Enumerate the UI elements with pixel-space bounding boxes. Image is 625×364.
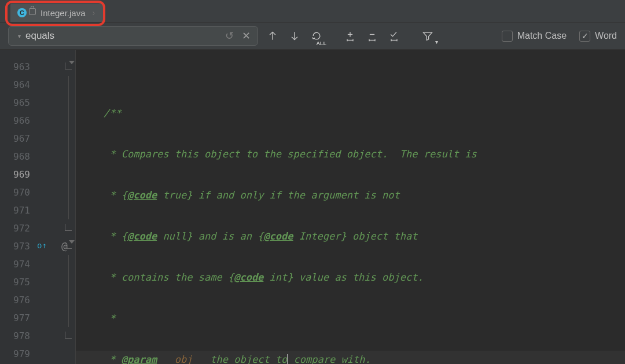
line-number: 974 xyxy=(0,255,36,273)
line-number: 973 xyxy=(0,237,36,255)
line-number: 968 xyxy=(0,148,36,166)
selection-group xyxy=(341,27,403,45)
tab-filename: Integer.java xyxy=(41,8,86,18)
override-marker-icon[interactable]: o↑ xyxy=(37,241,47,250)
line-number: 965 xyxy=(0,94,36,112)
line-number: 975 xyxy=(0,273,36,291)
all-badge: ALL xyxy=(317,41,327,46)
line-number: 964 xyxy=(0,76,36,94)
select-all-occurrences-button[interactable]: ALL xyxy=(308,27,325,45)
select-all-button[interactable] xyxy=(385,27,403,45)
fold-end-icon[interactable] xyxy=(65,224,72,231)
line-number: 963 xyxy=(0,58,36,76)
nav-group: ALL xyxy=(264,27,325,45)
match-case-label: Match Case xyxy=(517,31,567,41)
line-number: 969 xyxy=(0,166,36,183)
editor-tab-integer[interactable]: Integer.java › xyxy=(10,3,103,22)
search-history-icon[interactable]: ↺ xyxy=(219,30,240,42)
code-area[interactable]: /** * Compares this object to the specif… xyxy=(76,50,625,364)
clear-search-icon[interactable]: ✕ xyxy=(240,30,258,42)
class-file-icon xyxy=(17,8,27,17)
fold-end-icon[interactable] xyxy=(65,332,72,339)
search-mode-dropdown-icon[interactable]: ▾ xyxy=(18,33,24,39)
lock-icon xyxy=(29,8,36,15)
search-field-wrapper[interactable]: ▾ ↺ ✕ xyxy=(8,26,258,46)
line-number-gutter: 963 964 965 966 967 968 969 970 971 972 … xyxy=(0,50,36,364)
find-toolbar: ▾ ↺ ✕ ALL ▾ Match Case xyxy=(0,23,625,50)
words-checkbox[interactable]: ✓ Word xyxy=(579,31,617,42)
filter-button[interactable]: ▾ xyxy=(419,27,436,45)
line-number: 966 xyxy=(0,112,36,130)
fold-toggle-icon[interactable] xyxy=(65,62,72,69)
line-number: 976 xyxy=(0,291,36,309)
search-icon xyxy=(9,31,18,41)
line-number: 970 xyxy=(0,183,36,201)
checkbox-icon: ✓ xyxy=(579,31,590,42)
search-input[interactable] xyxy=(24,30,219,42)
line-number: 972 xyxy=(0,219,36,237)
words-label: Word xyxy=(595,31,617,41)
line-number: 979 xyxy=(0,345,36,363)
remove-selection-button[interactable] xyxy=(363,27,381,45)
chevron-right-icon: › xyxy=(93,8,95,17)
current-line: * @param obj the object to compare with. xyxy=(76,351,625,364)
line-number: 978 xyxy=(0,327,36,345)
line-number: 977 xyxy=(0,309,36,327)
match-case-checkbox[interactable]: Match Case xyxy=(502,31,567,42)
code-editor[interactable]: 963 964 965 966 967 968 969 970 971 972 … xyxy=(0,50,625,364)
line-number: 967 xyxy=(0,130,36,148)
add-selection-button[interactable] xyxy=(341,27,359,45)
fold-toggle-icon[interactable] xyxy=(65,242,72,249)
checkbox-icon xyxy=(502,31,513,42)
line-number: 971 xyxy=(0,201,36,219)
tab-bar: Integer.java › xyxy=(0,0,625,23)
prev-occurrence-button[interactable] xyxy=(264,27,281,45)
gutter-marks: o↑@ xyxy=(36,50,76,364)
next-occurrence-button[interactable] xyxy=(286,27,303,45)
